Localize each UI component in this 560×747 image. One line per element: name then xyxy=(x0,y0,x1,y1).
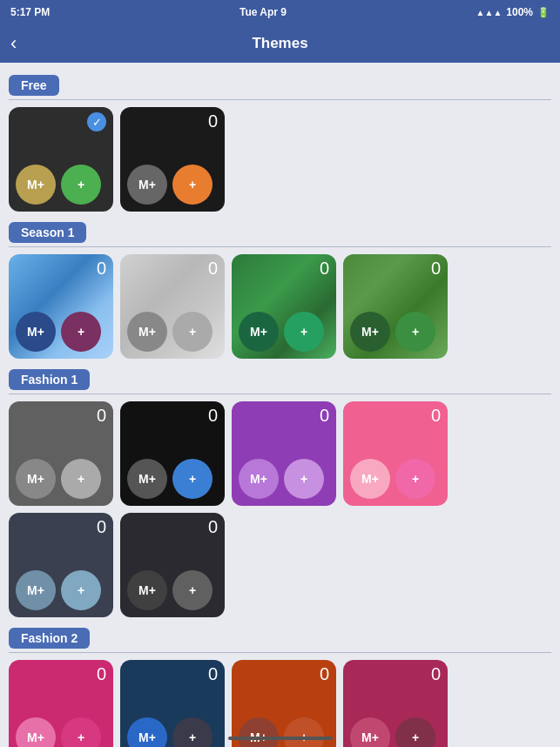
status-bar: 5:17 PM Tue Apr 9 ▲▲▲ 100% 🔋 xyxy=(0,0,560,24)
count: 0 xyxy=(239,665,329,683)
section-header-free: Free xyxy=(9,75,59,96)
plus-button[interactable]: + xyxy=(395,717,435,747)
btn-row: M+ + xyxy=(16,165,106,205)
m-plus-button[interactable]: M+ xyxy=(127,459,167,499)
count: 0 xyxy=(127,112,218,130)
plus-button[interactable]: + xyxy=(61,570,101,610)
theme-card-free-2[interactable]: 0 M+ + xyxy=(120,107,225,212)
check-badge: ✓ xyxy=(87,112,106,131)
section-divider-fashion2 xyxy=(9,652,551,653)
plus-button[interactable]: + xyxy=(284,459,324,499)
count: 0 xyxy=(127,518,218,535)
btn-row: M+ + xyxy=(239,717,329,747)
theme-card-season-2[interactable]: 0 M+ + xyxy=(120,254,225,359)
m-plus-button[interactable]: M+ xyxy=(239,717,279,747)
section-header-fashion2: Fashion 2 xyxy=(9,628,90,649)
btn-row: M+ + xyxy=(350,717,441,747)
section-fashion2: Fashion 2 0 M+ + 0 M+ + 0 M+ xyxy=(9,622,551,747)
theme-card-season-1[interactable]: 0 M+ + xyxy=(9,254,113,359)
nav-title: Themes xyxy=(252,35,307,52)
m-plus-button[interactable]: M+ xyxy=(127,312,167,352)
theme-card-fashion1-2[interactable]: 0 M+ + xyxy=(120,401,225,506)
m-plus-button[interactable]: M+ xyxy=(16,459,56,499)
count: 0 xyxy=(16,259,106,277)
theme-card-season-3[interactable]: 0 M+ + xyxy=(232,254,336,359)
section-header-season1: Season 1 xyxy=(9,222,86,243)
btn-row: M+ + xyxy=(16,459,106,499)
theme-card-fashion2-4[interactable]: 0 M+ + xyxy=(343,660,448,747)
btn-row: M+ + xyxy=(350,459,441,499)
count: 0 xyxy=(350,259,441,277)
theme-card-fashion1-4[interactable]: 0 M+ + xyxy=(343,401,448,506)
plus-button[interactable]: + xyxy=(61,717,101,747)
theme-card-fashion1-1[interactable]: 0 M+ + xyxy=(9,401,113,506)
count: 0 xyxy=(127,259,218,277)
theme-grid-season1: 0 M+ + 0 M+ + 0 M+ + xyxy=(9,254,551,359)
back-button[interactable]: ‹ xyxy=(10,32,17,55)
m-plus-button[interactable]: M+ xyxy=(16,717,56,747)
m-plus-button[interactable]: M+ xyxy=(239,312,279,352)
m-plus-button[interactable]: M+ xyxy=(127,717,167,747)
section-header-fashion1: Fashion 1 xyxy=(9,369,90,390)
btn-row: M+ + xyxy=(127,312,218,352)
btn-row: M+ + xyxy=(127,717,218,747)
count: 0 xyxy=(127,407,218,424)
nav-bar: ‹ Themes xyxy=(0,24,560,63)
theme-card-fashion2-3[interactable]: 0 M+ + xyxy=(232,660,336,747)
home-indicator xyxy=(228,737,333,740)
m-plus-button[interactable]: M+ xyxy=(350,717,390,747)
scroll-area: Free ✓ M+ + 0 M+ + Season xyxy=(0,63,560,747)
m-plus-button[interactable]: M+ xyxy=(16,165,56,205)
btn-row: M+ + xyxy=(239,312,329,352)
plus-button[interactable]: + xyxy=(172,717,213,747)
plus-button[interactable]: + xyxy=(61,459,101,499)
plus-button[interactable]: + xyxy=(61,165,101,205)
btn-row: M+ + xyxy=(239,459,329,499)
btn-row: M+ + xyxy=(16,570,106,610)
plus-button[interactable]: + xyxy=(395,312,435,352)
plus-button[interactable]: + xyxy=(172,459,213,499)
status-right: ▲▲▲ 100% 🔋 xyxy=(476,6,550,18)
section-divider-fashion1 xyxy=(9,394,551,394)
theme-card-fashion2-2[interactable]: 0 M+ + xyxy=(120,660,225,747)
plus-button[interactable]: + xyxy=(395,459,435,499)
btn-row: M+ + xyxy=(127,165,218,205)
battery-label: 100% xyxy=(506,6,533,18)
count: 0 xyxy=(239,259,329,277)
plus-button[interactable]: + xyxy=(61,312,101,352)
plus-button[interactable]: + xyxy=(284,312,324,352)
m-plus-button[interactable]: M+ xyxy=(16,312,56,352)
theme-card-free-1[interactable]: ✓ M+ + xyxy=(9,107,113,212)
m-plus-button[interactable]: M+ xyxy=(350,312,390,352)
plus-button[interactable]: + xyxy=(284,717,324,747)
theme-card-fashion1-6[interactable]: 0 M+ + xyxy=(120,513,225,617)
theme-card-fashion1-5[interactable]: 0 M+ + xyxy=(9,513,113,617)
section-divider-free xyxy=(9,99,551,100)
theme-card-fashion2-1[interactable]: 0 M+ + xyxy=(9,660,113,747)
plus-button[interactable]: + xyxy=(172,570,213,610)
m-plus-button[interactable]: M+ xyxy=(16,570,56,610)
plus-button[interactable]: + xyxy=(172,312,213,352)
btn-row: M+ + xyxy=(127,459,218,499)
count: 0 xyxy=(350,665,441,683)
count: 0 xyxy=(16,407,106,424)
btn-row: M+ + xyxy=(127,570,218,610)
theme-card-season-4[interactable]: 0 M+ + xyxy=(343,254,448,359)
section-fashion1: Fashion 1 0 M+ + 0 M+ + 0 M+ xyxy=(9,364,551,617)
section-season1: Season 1 0 M+ + 0 M+ + 0 M+ xyxy=(9,217,551,359)
status-time: 5:17 PM xyxy=(10,6,50,18)
theme-card-fashion1-3[interactable]: 0 M+ + xyxy=(232,401,336,506)
battery-icon: 🔋 xyxy=(537,7,550,18)
m-plus-button[interactable]: M+ xyxy=(350,459,390,499)
theme-grid-free: ✓ M+ + 0 M+ + xyxy=(9,107,551,212)
btn-row: M+ + xyxy=(16,312,106,352)
m-plus-button[interactable]: M+ xyxy=(239,459,279,499)
count: 0 xyxy=(350,407,441,424)
count: 0 xyxy=(16,518,106,535)
count: 0 xyxy=(127,665,218,683)
m-plus-button[interactable]: M+ xyxy=(127,165,167,205)
plus-button[interactable]: + xyxy=(172,165,213,205)
m-plus-button[interactable]: M+ xyxy=(127,570,167,610)
status-date: Tue Apr 9 xyxy=(240,6,287,18)
btn-row: M+ + xyxy=(16,717,106,747)
